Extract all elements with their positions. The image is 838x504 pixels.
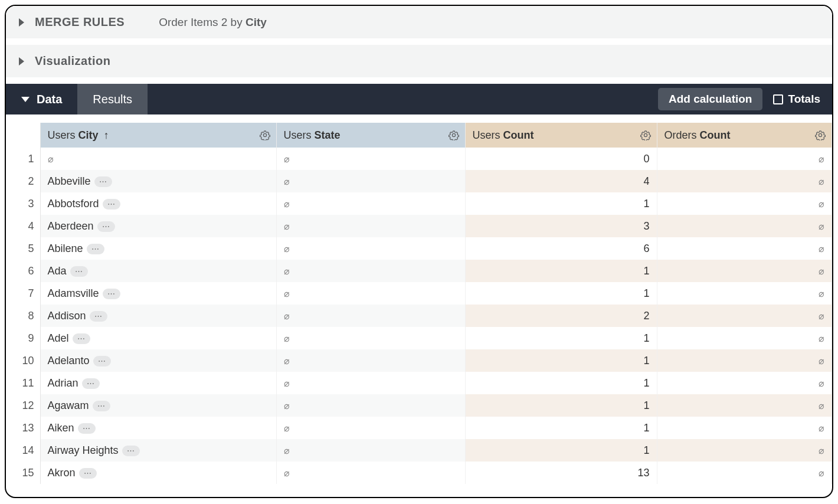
- null-icon: ⌀: [284, 423, 290, 434]
- cell-users-count[interactable]: 1: [465, 192, 657, 215]
- cell-users-state[interactable]: ⌀: [276, 305, 465, 327]
- more-pill[interactable]: ⋯: [82, 378, 100, 389]
- cell-users-count[interactable]: 1: [465, 349, 657, 372]
- cell-users-count[interactable]: 13: [465, 462, 657, 484]
- more-pill[interactable]: ⋯: [78, 423, 96, 434]
- cell-users-state[interactable]: ⌀: [276, 439, 465, 462]
- cell-users-state[interactable]: ⌀: [276, 372, 465, 394]
- cell-orders-count[interactable]: ⌀: [657, 417, 832, 439]
- more-pill[interactable]: ⋯: [73, 333, 90, 344]
- cell-users-count[interactable]: 1: [465, 327, 657, 349]
- gear-icon[interactable]: [640, 130, 651, 140]
- more-pill[interactable]: ⋯: [93, 401, 110, 411]
- row-number: 13: [6, 417, 40, 439]
- cell-users-city[interactable]: Adelanto⋯: [40, 349, 276, 372]
- cell-orders-count[interactable]: ⌀: [657, 462, 832, 484]
- cell-users-count[interactable]: 1: [465, 282, 657, 305]
- cell-users-count[interactable]: 3: [465, 215, 657, 237]
- cell-users-count[interactable]: 1: [465, 439, 657, 462]
- tab-data[interactable]: Data: [6, 84, 77, 114]
- cell-users-state[interactable]: ⌀: [276, 192, 465, 215]
- gear-icon[interactable]: [815, 130, 826, 140]
- cell-users-count[interactable]: 1: [465, 417, 657, 439]
- cell-users-state[interactable]: ⌀: [276, 349, 465, 372]
- city-value: Adrian: [48, 377, 78, 389]
- gear-icon[interactable]: [449, 130, 459, 140]
- row-number: 7: [6, 282, 40, 305]
- cell-orders-count[interactable]: ⌀: [657, 394, 832, 417]
- cell-users-count[interactable]: 1: [465, 260, 657, 282]
- more-pill[interactable]: ⋯: [70, 266, 88, 277]
- column-header-orders_count[interactable]: Orders Count: [657, 123, 832, 148]
- cell-orders-count[interactable]: ⌀: [657, 282, 832, 305]
- cell-users-city[interactable]: Aberdeen⋯: [40, 215, 276, 237]
- cell-users-city[interactable]: Addison⋯: [40, 305, 276, 327]
- column-header-users_count[interactable]: Users Count: [465, 123, 657, 148]
- cell-orders-count[interactable]: ⌀: [657, 372, 832, 394]
- cell-users-state[interactable]: ⌀: [276, 394, 465, 417]
- cell-users-count[interactable]: 4: [465, 170, 657, 192]
- cell-users-state[interactable]: ⌀: [276, 462, 465, 484]
- more-pill[interactable]: ⋯: [93, 356, 111, 366]
- cell-users-city[interactable]: Akron⋯: [40, 462, 276, 484]
- null-icon: ⌀: [819, 400, 824, 411]
- data-bar: Data Results Add calculation Totals: [6, 84, 832, 114]
- cell-orders-count[interactable]: ⌀: [657, 215, 832, 237]
- cell-users-count[interactable]: 1: [465, 372, 657, 394]
- cell-users-state[interactable]: ⌀: [276, 260, 465, 282]
- cell-users-city[interactable]: Abbeville⋯: [40, 170, 276, 192]
- column-header-users_city[interactable]: Users City ↑: [40, 123, 276, 148]
- more-pill[interactable]: ⋯: [97, 221, 115, 232]
- more-pill[interactable]: ⋯: [94, 176, 112, 187]
- cell-users-state[interactable]: ⌀: [276, 148, 465, 170]
- column-header-users_state[interactable]: Users State: [276, 123, 465, 148]
- column-group: Orders: [664, 129, 700, 141]
- cell-orders-count[interactable]: ⌀: [657, 327, 832, 349]
- cell-users-count[interactable]: 1: [465, 394, 657, 417]
- cell-users-city[interactable]: Aiken⋯: [40, 417, 276, 439]
- cell-users-state[interactable]: ⌀: [276, 282, 465, 305]
- cell-orders-count[interactable]: ⌀: [657, 305, 832, 327]
- cell-users-state[interactable]: ⌀: [276, 327, 465, 349]
- more-pill[interactable]: ⋯: [87, 244, 104, 254]
- cell-users-city[interactable]: Airway Heights⋯: [40, 439, 276, 462]
- cell-orders-count[interactable]: ⌀: [657, 148, 832, 170]
- cell-users-city[interactable]: Adel⋯: [40, 327, 276, 349]
- cell-users-city[interactable]: Agawam⋯: [40, 394, 276, 417]
- tab-results[interactable]: Results: [77, 84, 148, 114]
- gear-icon[interactable]: [260, 130, 270, 140]
- cell-orders-count[interactable]: ⌀: [657, 260, 832, 282]
- cell-users-city[interactable]: Adamsville⋯: [40, 282, 276, 305]
- more-pill[interactable]: ⋯: [103, 289, 120, 299]
- cell-orders-count[interactable]: ⌀: [657, 170, 832, 192]
- cell-users-count[interactable]: 6: [465, 237, 657, 260]
- null-icon: ⌀: [819, 423, 824, 434]
- null-icon: ⌀: [284, 221, 290, 232]
- cell-orders-count[interactable]: ⌀: [657, 237, 832, 260]
- more-pill[interactable]: ⋯: [122, 446, 140, 456]
- visualization-section[interactable]: Visualization: [6, 45, 832, 78]
- cell-users-count[interactable]: 0: [465, 148, 657, 170]
- add-calculation-button[interactable]: Add calculation: [658, 88, 762, 110]
- cell-orders-count[interactable]: ⌀: [657, 439, 832, 462]
- cell-users-city[interactable]: Ada⋯: [40, 260, 276, 282]
- totals-toggle[interactable]: Totals: [773, 93, 820, 106]
- subtitle-bold: City: [245, 16, 267, 28]
- cell-orders-count[interactable]: ⌀: [657, 349, 832, 372]
- cell-users-state[interactable]: ⌀: [276, 170, 465, 192]
- cell-users-city[interactable]: ⌀: [40, 148, 276, 170]
- more-pill[interactable]: ⋯: [79, 468, 97, 479]
- cell-users-city[interactable]: Abilene⋯: [40, 237, 276, 260]
- more-pill[interactable]: ⋯: [103, 199, 120, 210]
- column-group: Users: [473, 129, 503, 141]
- cell-users-city[interactable]: Adrian⋯: [40, 372, 276, 394]
- cell-users-state[interactable]: ⌀: [276, 215, 465, 237]
- cell-users-state[interactable]: ⌀: [276, 417, 465, 439]
- totals-checkbox[interactable]: [773, 94, 783, 104]
- merge-rules-section[interactable]: MERGE RULES Order Items 2 by City: [6, 6, 832, 39]
- cell-users-state[interactable]: ⌀: [276, 237, 465, 260]
- cell-orders-count[interactable]: ⌀: [657, 192, 832, 215]
- more-pill[interactable]: ⋯: [90, 311, 107, 322]
- cell-users-count[interactable]: 2: [465, 305, 657, 327]
- cell-users-city[interactable]: Abbotsford⋯: [40, 192, 276, 215]
